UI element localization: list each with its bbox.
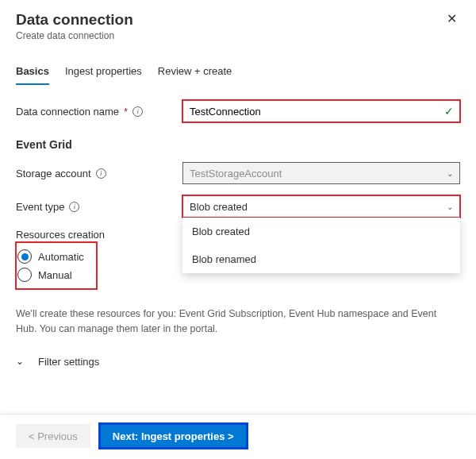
radio-group-resources: Automatic Manual [16, 242, 97, 289]
row-storage-account: Storage account i TestStorageAccount ⌄ [16, 162, 460, 184]
tab-review-create[interactable]: Review + create [158, 60, 232, 85]
dropdown-option-blob-created[interactable]: Blob created [182, 218, 460, 245]
radio-icon [17, 249, 32, 264]
required-asterisk: * [124, 106, 128, 118]
radio-icon [17, 268, 32, 282]
pane-body: Data connection Create data connection ✕… [0, 0, 476, 372]
previous-button[interactable]: < Previous [16, 424, 90, 448]
section-event-grid: Event Grid [16, 138, 460, 151]
info-icon[interactable]: i [69, 202, 79, 212]
select-value: Blob created [190, 201, 248, 213]
page-subtitle: Create data connection [16, 30, 133, 41]
header: Data connection Create data connection ✕ [16, 11, 460, 41]
row-event-type: Event type i Blob created ⌄ Blob created… [16, 195, 460, 218]
radio-automatic[interactable]: Automatic [17, 249, 84, 264]
field-data-connection-name: ✓ [182, 100, 460, 122]
tabs: Basics Ingest properties Review + create [16, 60, 460, 86]
data-connection-name-input[interactable] [182, 100, 460, 122]
footer: < Previous Next: Ingest properties > [16, 424, 247, 448]
event-type-dropdown: Blob created Blob renamed [182, 218, 460, 273]
label-resources-creation: Resources creation [16, 229, 182, 241]
radio-label: Manual [38, 269, 72, 281]
field-storage-account: TestStorageAccount ⌄ [182, 162, 460, 184]
chevron-down-icon: ⌄ [447, 169, 453, 178]
label-text: Storage account [16, 168, 91, 179]
filter-settings-expander[interactable]: ⌄ Filter settings [16, 351, 460, 372]
select-value: TestStorageAccount [190, 168, 282, 179]
radio-label: Automatic [38, 251, 84, 263]
chevron-down-icon: ⌄ [16, 356, 24, 367]
label-storage-account: Storage account i [16, 168, 182, 179]
page-title: Data connection [16, 11, 133, 29]
tab-ingest-properties[interactable]: Ingest properties [65, 60, 142, 85]
tab-basics[interactable]: Basics [16, 60, 49, 85]
event-type-select[interactable]: Blob created ⌄ [182, 195, 460, 218]
info-icon[interactable]: i [96, 168, 106, 179]
info-icon[interactable]: i [132, 106, 143, 117]
label-text: Data connection name [16, 106, 119, 118]
field-event-type: Blob created ⌄ Blob created Blob renamed [182, 195, 460, 218]
label-event-type: Event type i [16, 201, 182, 213]
label-text: Event type [16, 201, 64, 213]
footer-divider [0, 414, 476, 415]
resources-description: We'll create these resources for you: Ev… [16, 307, 460, 337]
chevron-down-icon: ⌄ [447, 202, 453, 211]
storage-account-select[interactable]: TestStorageAccount ⌄ [182, 162, 460, 184]
next-button[interactable]: Next: Ingest properties > [100, 424, 247, 448]
form: Data connection name * i ✓ Event Grid St… [16, 100, 460, 372]
label-data-connection-name: Data connection name * i [16, 106, 182, 118]
expander-label: Filter settings [38, 356, 99, 368]
close-icon[interactable]: ✕ [443, 11, 460, 27]
row-data-connection-name: Data connection name * i ✓ [16, 100, 460, 122]
radio-manual[interactable]: Manual [17, 268, 84, 282]
dropdown-option-blob-renamed[interactable]: Blob renamed [182, 245, 460, 273]
checkmark-icon: ✓ [444, 105, 454, 118]
